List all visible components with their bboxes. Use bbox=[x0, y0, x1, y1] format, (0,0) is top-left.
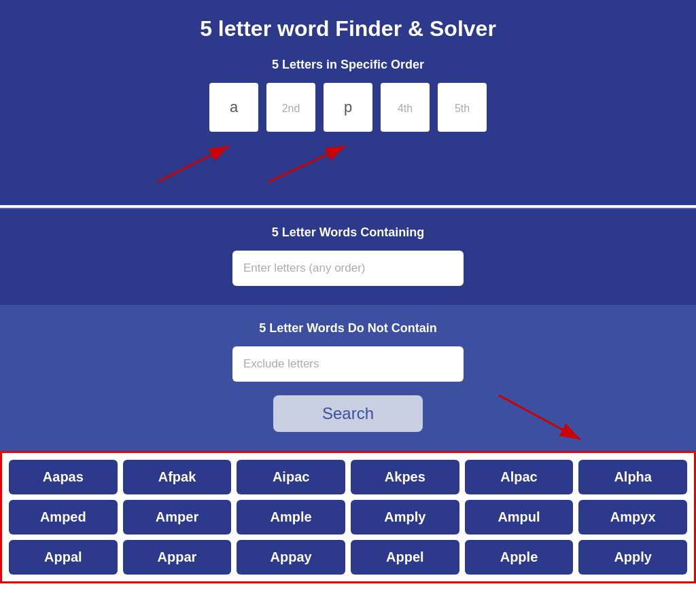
containing-input[interactable] bbox=[232, 251, 464, 286]
word-result-btn[interactable]: Ampyx bbox=[578, 500, 687, 535]
page-title: 5 letter word Finder & Solver bbox=[14, 16, 682, 41]
word-result-btn[interactable]: Appal bbox=[9, 540, 118, 575]
letter-box-2[interactable] bbox=[266, 83, 315, 132]
letter-box-4[interactable] bbox=[381, 83, 430, 132]
word-result-btn[interactable]: Aapas bbox=[9, 460, 118, 494]
word-result-btn[interactable]: Amply bbox=[351, 500, 459, 535]
word-result-btn[interactable]: Amper bbox=[123, 500, 232, 535]
middle-section: 5 Letter Words Containing bbox=[0, 209, 696, 305]
svg-line-3 bbox=[268, 146, 345, 182]
word-result-btn[interactable]: Ample bbox=[237, 500, 345, 535]
word-result-btn[interactable]: Afpak bbox=[123, 460, 232, 494]
specific-order-label: 5 Letters in Specific Order bbox=[14, 58, 682, 72]
svg-line-2 bbox=[157, 146, 229, 182]
results-arrow bbox=[492, 388, 601, 450]
word-result-btn[interactable]: Appel bbox=[351, 540, 459, 575]
letter-boxes-row bbox=[14, 83, 682, 132]
top-section: 5 letter word Finder & Solver 5 Letters … bbox=[0, 0, 696, 205]
bottom-section: 5 Letter Words Do Not Contain Search bbox=[0, 305, 696, 451]
svg-line-5 bbox=[499, 395, 580, 439]
search-button[interactable]: Search bbox=[273, 395, 423, 432]
arrows-container bbox=[14, 139, 682, 186]
word-result-btn[interactable]: Appay bbox=[237, 540, 345, 575]
letter-box-5[interactable] bbox=[438, 83, 487, 132]
exclude-input[interactable] bbox=[232, 346, 464, 382]
exclude-input-wrap bbox=[14, 346, 682, 382]
word-result-btn[interactable]: Aipac bbox=[237, 460, 345, 494]
word-result-btn[interactable]: Alpha bbox=[578, 460, 687, 494]
search-btn-wrap: Search bbox=[14, 395, 682, 432]
do-not-contain-label: 5 Letter Words Do Not Contain bbox=[14, 321, 682, 336]
word-result-btn[interactable]: Alpac bbox=[465, 460, 574, 494]
word-result-btn[interactable]: Akpes bbox=[351, 460, 459, 494]
containing-label: 5 Letter Words Containing bbox=[14, 225, 682, 240]
containing-input-wrap bbox=[14, 251, 682, 286]
results-grid: AapasAfpakAipacAkpesAlpacAlphaAmpedAmper… bbox=[9, 460, 687, 575]
letter-box-3[interactable] bbox=[324, 83, 372, 132]
results-section: AapasAfpakAipacAkpesAlpacAlphaAmpedAmper… bbox=[0, 451, 696, 583]
word-result-btn[interactable]: Apple bbox=[465, 540, 574, 575]
word-result-btn[interactable]: Ampul bbox=[465, 500, 574, 535]
word-result-btn[interactable]: Apply bbox=[578, 540, 687, 575]
letter-box-1[interactable] bbox=[209, 83, 258, 132]
word-result-btn[interactable]: Amped bbox=[9, 500, 118, 535]
word-result-btn[interactable]: Appar bbox=[123, 540, 232, 575]
